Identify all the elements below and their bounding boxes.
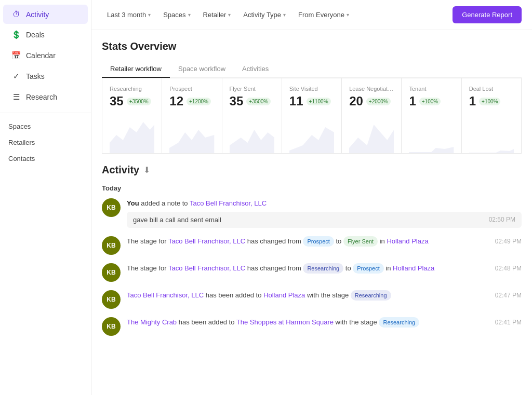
chevron-icon: ▾ — [347, 12, 349, 18]
stat-badge: +3500% — [246, 98, 271, 105]
stat-badge: +100% — [419, 98, 441, 105]
activity-text-with: with the stage — [307, 291, 351, 299]
activity-text-pre: The stage for — [127, 237, 168, 245]
activity-content: The stage for Taco Bell Franchisor, LLC … — [127, 263, 522, 274]
stats-title: Stats Overview — [102, 40, 522, 52]
filter-from-everyone[interactable]: From Everyone ▾ — [293, 8, 354, 22]
sidebar-item-research[interactable]: ☰ Research — [3, 87, 88, 107]
filter-activity-type[interactable]: Activity Type ▾ — [238, 8, 291, 22]
stat-chart — [409, 112, 454, 153]
stat-badge: +1200% — [187, 98, 211, 105]
stat-chart — [349, 112, 394, 153]
generate-report-button[interactable]: Generate Report — [453, 6, 522, 23]
activity-link-retailer[interactable]: Taco Bell Franchisor, LLC — [127, 291, 204, 299]
chevron-icon: ▾ — [283, 12, 286, 18]
sidebar-item-deals-label: Deals — [26, 31, 45, 39]
sidebar-divider — [0, 113, 91, 113]
activity-text-to: to — [345, 264, 353, 272]
svg-marker-6 — [469, 149, 514, 153]
stat-chart — [469, 112, 514, 153]
stat-card-deal-lost: Deal Lost 1 +100% — [462, 78, 521, 153]
sidebar-item-contacts[interactable]: Contacts — [0, 151, 91, 167]
sidebar-item-calendar[interactable]: 📅 Calendar — [3, 46, 88, 65]
activity-link-space[interactable]: The Shoppes at Harmon Square — [236, 318, 334, 326]
filter-retailer[interactable]: Retailer ▾ — [198, 8, 236, 22]
activity-text-in: in — [385, 264, 393, 272]
tab-space-workflow[interactable]: Space workflow — [170, 61, 234, 78]
sidebar-item-retailers[interactable]: Retailers — [0, 134, 91, 151]
activity-text-to: to — [336, 237, 343, 245]
avatar: KB — [102, 198, 121, 217]
activity-link-retailer[interactable]: Taco Bell Franchisor, LLC — [168, 237, 245, 245]
activity-header: Activity ⬇ — [102, 164, 522, 176]
activity-time: 02:41 PM — [495, 319, 522, 326]
activity-content: The stage for Taco Bell Franchisor, LLC … — [127, 236, 522, 247]
avatar: KB — [102, 263, 121, 282]
activity-link-retailer[interactable]: Taco Bell Franchisor, LLC — [190, 199, 267, 207]
list-item: KB You added a note to Taco Bell Franchi… — [102, 198, 522, 228]
stat-card-site-visited: Site Visited 11 +1100% — [282, 78, 342, 153]
sidebar-item-research-label: Research — [26, 93, 57, 101]
tab-activities[interactable]: Activities — [234, 61, 277, 78]
stat-label: Prospect — [169, 86, 214, 92]
stat-number: 35 — [230, 94, 244, 108]
research-icon: ☰ — [11, 92, 21, 102]
stat-chart — [230, 112, 274, 153]
avatar: KB — [102, 317, 121, 336]
stat-row: 1 +100% — [469, 94, 514, 108]
stat-row: 12 +1200% — [169, 94, 214, 108]
activity-text: The stage for Taco Bell Franchisor, LLC … — [127, 236, 429, 247]
svg-marker-3 — [289, 127, 334, 153]
stat-card-tenant: Tenant 1 +100% — [402, 78, 461, 153]
activity-time: 02:49 PM — [495, 238, 522, 245]
svg-marker-2 — [230, 130, 274, 153]
activity-link-space[interactable]: Holland Plaza — [387, 237, 428, 245]
activity-text-with: with the stage — [336, 318, 379, 326]
download-icon[interactable]: ⬇ — [143, 165, 150, 175]
activity-time: 02:47 PM — [495, 292, 522, 299]
sidebar-item-tasks[interactable]: ✓ Tasks — [3, 66, 88, 86]
stat-card-lease-negotiation: Lease Negotiation 20 +2000% — [342, 78, 402, 153]
sidebar-item-activity[interactable]: ⏱ Activity — [3, 5, 88, 24]
stat-label: Flyer Sent — [230, 86, 274, 92]
stat-row: 35 +3500% — [230, 94, 274, 108]
stat-number: 1 — [469, 94, 476, 108]
activity-item-row: The stage for Taco Bell Franchisor, LLC … — [127, 236, 522, 247]
activity-link-space[interactable]: Holland Plaza — [263, 291, 305, 299]
list-item: KB The stage for Taco Bell Franchisor, L… — [102, 236, 522, 255]
tab-retailer-workflow[interactable]: Retailer workflow — [102, 61, 170, 78]
svg-marker-4 — [349, 125, 394, 153]
sidebar-item-deals[interactable]: 💲 Deals — [3, 25, 88, 45]
filter-spaces[interactable]: Spaces ▾ — [158, 8, 195, 22]
activity-item-row: The stage for Taco Bell Franchisor, LLC … — [127, 263, 522, 274]
filter-last3month[interactable]: Last 3 month ▾ — [102, 8, 156, 22]
stat-card-flyer-sent: Flyer Sent 35 +3500% — [222, 78, 282, 153]
stat-row: 20 +2000% — [349, 94, 394, 108]
stat-number: 1 — [409, 94, 416, 108]
activity-link-retailer[interactable]: Taco Bell Franchisor, LLC — [168, 264, 245, 272]
stat-row: 35 +3500% — [110, 94, 154, 108]
activity-item-row: The Mighty Crab has been added to The Sh… — [127, 317, 522, 328]
stat-row: 11 +1100% — [289, 94, 334, 108]
calendar-icon: 📅 — [11, 51, 21, 60]
stage-tag-to: Flyer Sent — [343, 236, 378, 247]
activity-date-group: Today KB You added a note to Taco Bell F… — [102, 184, 522, 336]
stat-chart — [169, 112, 214, 153]
stats-cards: Researching 35 +3500% Prospect 12 +1200% — [102, 78, 522, 154]
activity-text-mid: has been added to — [206, 291, 263, 299]
activity-link-space[interactable]: Holland Plaza — [393, 264, 434, 272]
activity-time: 02:50 PM — [489, 216, 515, 223]
stat-label: Researching — [110, 86, 154, 92]
chevron-icon: ▾ — [188, 12, 191, 18]
stat-badge: +1100% — [307, 98, 331, 105]
stat-number: 20 — [349, 94, 363, 108]
sidebar-item-calendar-label: Calendar — [26, 51, 56, 60]
tasks-icon: ✓ — [11, 72, 21, 81]
chevron-icon: ▾ — [228, 12, 231, 18]
filter-bar: Last 3 month ▾ Spaces ▾ Retailer ▾ Activ… — [91, 0, 532, 30]
stat-chart — [110, 112, 154, 153]
stat-card-researching: Researching 35 +3500% — [102, 78, 162, 153]
activity-text-in: in — [380, 237, 387, 245]
sidebar-item-spaces[interactable]: Spaces — [0, 118, 91, 134]
activity-link-retailer[interactable]: The Mighty Crab — [127, 318, 177, 326]
